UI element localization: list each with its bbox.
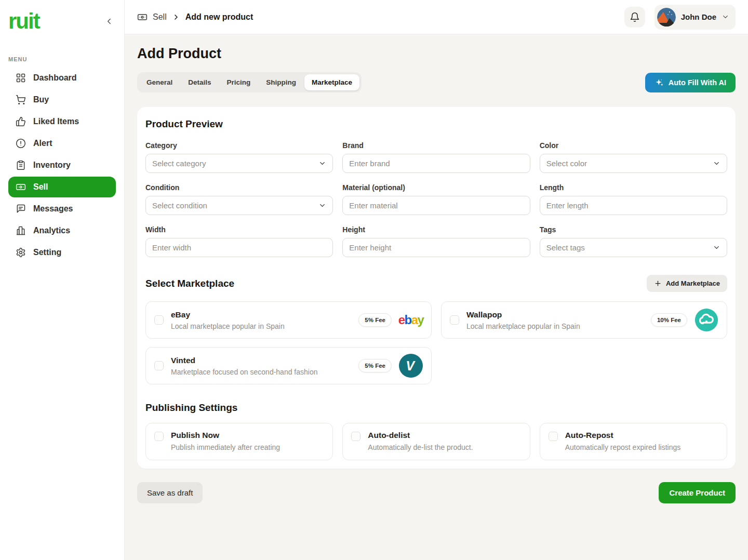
fee-badge: 10% Fee — [651, 313, 687, 327]
width-input[interactable] — [145, 238, 333, 257]
sidebar-item-label: Liked Items — [33, 117, 79, 126]
sidebar-item-label: Dashboard — [33, 73, 77, 83]
form-tabs: General Details Pricing Shipping Marketp… — [137, 72, 362, 92]
condition-select[interactable]: Select condition — [145, 196, 333, 215]
tab-shipping[interactable]: Shipping — [259, 74, 303, 90]
page-content: Add Product General Details Pricing Ship… — [125, 34, 748, 560]
plus-icon — [654, 279, 662, 287]
marketplace-name: Wallapop — [466, 310, 644, 319]
sidebar-item-buy[interactable]: Buy — [8, 89, 116, 110]
sidebar-item-label: Sell — [33, 182, 48, 192]
sidebar-item-sell[interactable]: Sell — [8, 177, 116, 197]
avatar — [657, 8, 676, 26]
tab-pricing[interactable]: Pricing — [220, 74, 258, 90]
marketplace-card-ebay[interactable]: eBay Local marketplace popular in Spain … — [145, 301, 432, 339]
field-label: Length — [540, 183, 727, 192]
marketplace-description: Local marketplace popular in Spain — [466, 322, 644, 330]
banknote-icon — [16, 182, 26, 192]
vinted-logo: V — [399, 354, 423, 378]
dashboard-grid-icon — [16, 73, 26, 83]
auto-repost-checkbox[interactable] — [549, 432, 558, 441]
app-root: ruit MENU Dashboard Buy — [0, 0, 748, 560]
fee-badge: 5% Fee — [358, 359, 392, 372]
chevron-down-icon — [318, 159, 326, 167]
sidebar-item-alert[interactable]: Alert — [8, 133, 116, 154]
height-input[interactable] — [342, 238, 530, 257]
material-input[interactable] — [342, 196, 530, 215]
field-label: Color — [540, 141, 727, 150]
sidebar-item-label: Alert — [33, 139, 52, 148]
wallapop-logo — [694, 308, 718, 332]
wallapop-checkbox[interactable] — [450, 315, 459, 325]
field-label: Height — [342, 225, 530, 234]
publishing-option-name: Auto-Repost — [565, 431, 681, 440]
sidebar-item-label: Buy — [33, 95, 49, 104]
chevron-down-icon — [713, 244, 720, 251]
chevron-down-icon — [713, 159, 720, 167]
field-label: Tags — [540, 225, 727, 234]
sidebar-item-liked-items[interactable]: Liked Items — [8, 111, 116, 132]
breadcrumb-root[interactable]: Sell — [153, 12, 167, 22]
publishing-option-description: Publish immediately after creating — [171, 443, 280, 451]
tab-details[interactable]: Details — [181, 74, 218, 90]
field-label: Material (optional) — [342, 183, 530, 192]
sidebar-item-setting[interactable]: Setting — [8, 242, 116, 263]
marketplace-card-wallapop[interactable]: Wallapop Local marketplace popular in Sp… — [441, 301, 727, 339]
add-marketplace-button[interactable]: Add Marketplace — [647, 275, 727, 292]
add-product-panel: Product Preview Category Select category… — [137, 107, 736, 469]
product-preview-title: Product Preview — [145, 118, 727, 130]
publish-now-card[interactable]: Publish Now Publish immediately after cr… — [145, 423, 333, 460]
sidebar-collapse-button[interactable] — [102, 15, 116, 28]
auto-fill-ai-button[interactable]: Auto Fill With AI — [645, 73, 736, 92]
banknote-icon — [137, 12, 148, 22]
color-select[interactable]: Select color — [540, 154, 727, 173]
breadcrumb: Sell Add new product — [137, 12, 253, 22]
sidebar-item-inventory[interactable]: Inventory — [8, 155, 116, 176]
save-as-draft-button[interactable]: Save as draft — [137, 482, 203, 503]
vinted-checkbox[interactable] — [154, 361, 164, 370]
auto-repost-card[interactable]: Auto-Repost Automatically repost expired… — [540, 423, 727, 460]
field-height: Height — [342, 225, 530, 257]
length-input[interactable] — [540, 196, 727, 215]
sidebar-item-dashboard[interactable]: Dashboard — [8, 68, 116, 88]
field-label: Category — [145, 141, 333, 150]
chevron-right-icon — [172, 13, 180, 21]
ebay-checkbox[interactable] — [154, 315, 164, 325]
publishing-option-description: Automatically repost expired listings — [565, 443, 681, 451]
tab-general[interactable]: General — [139, 74, 180, 90]
select-placeholder: Select tags — [546, 243, 585, 252]
publishing-option-name: Auto-delist — [368, 431, 473, 440]
user-menu-button[interactable]: John Doe — [654, 5, 736, 30]
marketplace-card-vinted[interactable]: Vinted Marketplace focused on second-han… — [145, 347, 432, 384]
sidebar: ruit MENU Dashboard Buy — [0, 0, 125, 560]
field-condition: Condition Select condition — [145, 183, 333, 215]
select-placeholder: Select category — [152, 159, 206, 168]
sidebar-item-label: Messages — [33, 204, 73, 214]
brand-input[interactable] — [342, 154, 530, 173]
field-material: Material (optional) — [342, 183, 530, 215]
thumbs-up-icon — [16, 116, 26, 127]
select-placeholder: Select condition — [152, 201, 207, 210]
chevron-down-icon — [722, 13, 729, 21]
auto-delist-checkbox[interactable] — [351, 432, 360, 441]
sidebar-item-analytics[interactable]: Analytics — [8, 220, 116, 241]
field-category: Category Select category — [145, 141, 333, 173]
fee-badge: 5% Fee — [358, 313, 392, 327]
field-label: Brand — [342, 141, 530, 150]
auto-delist-card[interactable]: Auto-delist Automatically de-list the pr… — [342, 423, 530, 460]
publishing-option-description: Automatically de-list the product. — [368, 443, 473, 451]
notifications-button[interactable] — [624, 7, 645, 28]
sidebar-item-messages[interactable]: Messages — [8, 198, 116, 219]
menu-section-label: MENU — [8, 56, 116, 62]
marketplace-grid: eBay Local marketplace popular in Spain … — [145, 301, 727, 384]
auto-fill-ai-label: Auto Fill With AI — [669, 78, 726, 87]
tags-select[interactable]: Select tags — [540, 238, 727, 257]
publish-now-checkbox[interactable] — [154, 432, 164, 441]
category-select[interactable]: Select category — [145, 154, 333, 173]
sparkles-icon — [654, 78, 664, 87]
create-product-button[interactable]: Create Product — [659, 482, 736, 503]
alert-circle-icon — [16, 138, 26, 149]
chevron-down-icon — [318, 202, 326, 209]
topbar: Sell Add new product John Doe — [125, 0, 748, 34]
tab-marketplace[interactable]: Marketplace — [304, 74, 359, 90]
